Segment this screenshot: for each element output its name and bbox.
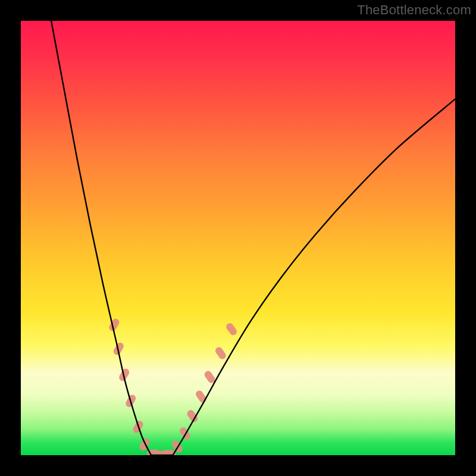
outer-frame: TheBottleneck.com bbox=[0, 0, 476, 476]
bottleneck-curve bbox=[51, 21, 455, 455]
marker-layer bbox=[108, 317, 238, 455]
chart-svg bbox=[21, 21, 455, 455]
curve-marker bbox=[138, 437, 151, 452]
curve-marker bbox=[195, 389, 208, 404]
curve-marker bbox=[225, 322, 238, 337]
watermark-text: TheBottleneck.com bbox=[357, 2, 471, 18]
plot-area bbox=[21, 21, 455, 455]
curve-marker bbox=[214, 346, 227, 361]
